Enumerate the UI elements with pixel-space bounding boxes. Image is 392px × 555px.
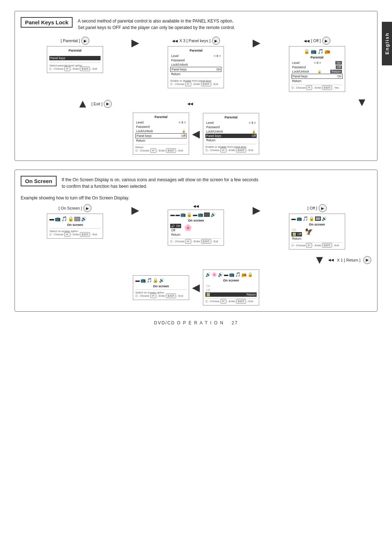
down-arrow-icon: ▼ xyxy=(356,96,368,109)
menu-row-panelkeys3: Panel keys On xyxy=(291,74,343,79)
menu-row-panelkeys5: Panel keys Off xyxy=(205,134,257,138)
menu-row-password3: Password Off xyxy=(291,65,343,69)
menu-row-lockunlock4: Lock/Unlock 🔒 xyxy=(135,129,187,133)
panel-step5: Parental Level < 8 > Password Lock/Unloc… xyxy=(203,113,259,154)
onscreen-step4-icons: ▬ 📺🎵🔒 🔊 xyxy=(135,278,187,283)
arrow-2-3: ▶ xyxy=(253,37,261,49)
panel-keys-section: Panel Keys Lock A second method of paren… xyxy=(15,11,377,161)
panel-keys-middle-row: ▲ [ Exit ] ▶ ◀◀ ▼ xyxy=(21,96,371,110)
onscreen-step3-icons: ▬ 📺🎵🔒 🔊 xyxy=(291,216,343,221)
footer-page: 27 xyxy=(232,320,238,325)
menu-row-panelkeys4: Panel keys Off xyxy=(135,133,187,138)
panel-keys-header: Panel Keys Lock A second method of paren… xyxy=(21,17,371,31)
onscreen-step3-menu-return: Return xyxy=(291,236,302,241)
panel-step4-hint: Return ⟨⟩ - Choose ↵ - Enter EXIT - Exit xyxy=(135,144,187,152)
menu-row-return4: Return xyxy=(135,138,187,143)
down-arrow-icon2: ▼ xyxy=(314,253,326,267)
onscreen-step1: [ On Screen ] ▶ ▬ 📺🎵🔒 🔊 On screen Select… xyxy=(21,204,129,239)
panel-keys-desc: A second method of parental control is a… xyxy=(78,17,235,31)
onscreen-step4-screen: ▬ 📺🎵🔒 🔊 On screen Select on-screen optio… xyxy=(133,275,189,300)
panel-step1-screen: Parental Panel keys Select parental leve… xyxy=(47,46,103,73)
onscreen-top-row: [ On Screen ] ▶ ▬ 📺🎵🔒 🔊 On screen Select… xyxy=(21,204,371,250)
onscreen-step3-nav[interactable]: ▶ xyxy=(319,204,327,212)
panel-step4: Parental Level < 8 > Password Lock/Unloc… xyxy=(133,113,189,155)
panel-keys-bottom-row: Parental Level < 8 > Password Lock/Unloc… xyxy=(21,113,371,155)
panel-step3: ◀◀ [ Off ] ▶ 🔒📺🎵📻 Parental Level < 8 > O… xyxy=(263,37,371,92)
arrow-1-2: ▶ xyxy=(131,37,139,49)
onscreen-arrow-right1: ▶ xyxy=(131,204,139,216)
onscreen-step5-return: 🖼️ Return xyxy=(205,292,257,297)
onscreen-step5-hint: ⟨⟩ - Choose ↵ - Enter EXIT - Exit xyxy=(205,298,257,303)
up-arrow-icon: ▲ xyxy=(77,97,89,110)
onscreen-step5: 🔊🌸 🔊 ▬📺🎵📻 🔒 On screen On Off xyxy=(203,270,259,305)
panel-step3-screen: 🔒📺🎵📻 Parental Level < 8 > On Password Of… xyxy=(289,46,345,92)
onscreen-step4: ▬ 📺🎵🔒 🔊 On screen Select on-screen optio… xyxy=(133,275,189,300)
menu-row-lockunlock3: Lock/Unlock 🔒 Return xyxy=(291,69,343,74)
panel-step1-label: [ Parental ] ▶ xyxy=(61,37,89,45)
onscreen-step1-nav[interactable]: ▶ xyxy=(83,204,91,212)
panel-step1: [ Parental ] ▶ Parental Panel keys Selec… xyxy=(21,37,129,73)
onscreen-step3-screen: ▬ 📺🎵🔒 🔊 On screen On 🖼️ xyxy=(289,214,345,250)
onscreen-arrow-left: ◀ xyxy=(192,281,200,293)
step3-nav-btn[interactable]: ▶ xyxy=(322,37,330,45)
onscreen-middle-row: ▼ ◀◀ X 1 [ Return ] ▶ xyxy=(21,253,371,267)
exit-step-label: [ Exit ] ▶ xyxy=(91,100,112,108)
x1-return-nav[interactable]: ▶ xyxy=(363,256,371,264)
panel-step3-label: ◀◀ [ Off ] ▶ xyxy=(304,37,330,45)
onscreen-step2-label: ◀◀ xyxy=(193,204,199,208)
onscreen-bottom-row: ▬ 📺🎵🔒 🔊 On screen Select on-screen optio… xyxy=(21,270,371,305)
panel-step4-screen: Parental Level < 8 > Password Lock/Unloc… xyxy=(133,113,189,155)
highlight-icon2 xyxy=(204,212,210,217)
step2-nav-btn[interactable]: ▶ xyxy=(212,37,220,45)
menu-row-return5: Return xyxy=(205,138,257,142)
onscreen-step3-menu-on: On xyxy=(291,228,302,232)
panel-step2-label: ◀◀ X 3 [ Panel keys ] ▶ xyxy=(172,37,220,45)
panel-keys-title: Panel Keys Lock xyxy=(21,17,73,28)
onscreen-menu-off: Off xyxy=(170,228,181,232)
onscreen-step3: [ Off ] ▶ ▬ 📺🎵🔒 🔊 On screen On xyxy=(263,204,371,250)
x1-return-row: ▼ ◀◀ X 1 [ Return ] ▶ xyxy=(314,253,371,267)
arrow-right-icon2: ▶ xyxy=(253,37,261,49)
menu-row-level3: Level < 8 > On xyxy=(291,61,343,65)
highlight-icon xyxy=(74,217,80,221)
onscreen-step1-label: [ On Screen ] ▶ xyxy=(58,204,91,212)
menu-row-password5: Password xyxy=(205,125,257,129)
onscreen-example-text: Example showing how to turn off the On S… xyxy=(21,195,371,200)
menu-row-return3: Return xyxy=(291,79,343,83)
onscreen-step1-icons: ▬ 📺🎵🔒 🔊 xyxy=(49,216,101,222)
arrow-right-icon: ▶ xyxy=(131,37,139,49)
onscreen-step3-menu-off: 🖼️ Off xyxy=(291,232,302,236)
panel-step2-screen: Parental Level < 8 > Password Lock/Unloc… xyxy=(168,46,224,88)
onscreen-step1-screen: ▬ 📺🎵🔒 🔊 On screen Select on-screen optio… xyxy=(47,214,103,239)
onscreen-step5-screen: 🔊🌸 🔊 ▬📺🎵📻 🔒 On screen On Off xyxy=(203,270,259,305)
panel-step2-hint: Enable or disable front panel keys ⟨⟩ - … xyxy=(170,78,221,86)
exit-nav-btn[interactable]: ▶ xyxy=(104,100,112,108)
footer-text: DVD/CD O P E R A T I O N xyxy=(154,320,224,325)
panel-step3-hint: ⟨⟩ - Choose ↵ - Enter EXIT - Yes xyxy=(291,85,343,89)
panel-step2: ◀◀ X 3 [ Panel keys ] ▶ Parental Level <… xyxy=(142,37,250,88)
panel-step1-hint: Select parental level option ⟨⟩ - Choose… xyxy=(49,62,101,70)
menu-row-level4: Level < 8 > xyxy=(135,120,187,125)
onscreen-title: On Screen xyxy=(21,176,57,186)
step1-nav-btn[interactable]: ▶ xyxy=(81,37,89,45)
onscreen-step3-hint: ⟨⟩ - Choose ↵ - Enter EXIT - Exit xyxy=(291,242,343,247)
onscreen-menu-return: Return xyxy=(170,232,181,237)
panel-step5-screen: Parental Level < 8 > Password Lock/Unloc… xyxy=(203,113,259,154)
panel-keys-desc-line2: Set panel keys to OFF and the player can… xyxy=(78,24,235,31)
arrow-left-icon: ◀ xyxy=(192,128,200,140)
onscreen-arrow-right2: ▶ xyxy=(253,204,261,216)
onscreen-arrow-1-2: ▶ xyxy=(131,204,139,216)
menu-row-return1 xyxy=(49,60,101,61)
onscreen-step2-icons: ▬▬ 📺🔒 ▬📺 🔊 xyxy=(170,212,221,217)
menu-row-lockunlock2: Lock/Unlock xyxy=(170,62,221,67)
onscreen-section: On Screen If the On Screen Display is on… xyxy=(15,170,377,312)
onscreen-arrow-2-3: ▶ xyxy=(253,204,261,216)
panel-keys-desc-line1: A second method of parental control is a… xyxy=(78,18,235,24)
step3-icon-bar: 🔒📺🎵📻 xyxy=(291,49,343,54)
onscreen-step3-label: [ Off ] ▶ xyxy=(307,204,327,212)
menu-row-panelkeys1: Panel keys xyxy=(49,56,101,60)
onscreen-desc: If the On Screen Display is on, various … xyxy=(62,176,258,190)
exit-label-row: ▲ [ Exit ] ▶ ◀◀ xyxy=(77,97,193,110)
back-arrow-area: ◀◀ xyxy=(187,102,193,106)
onscreen-step2: ◀◀ ▬▬ 📺🔒 ▬📺 🔊 On screen 🔊 xyxy=(142,204,250,246)
